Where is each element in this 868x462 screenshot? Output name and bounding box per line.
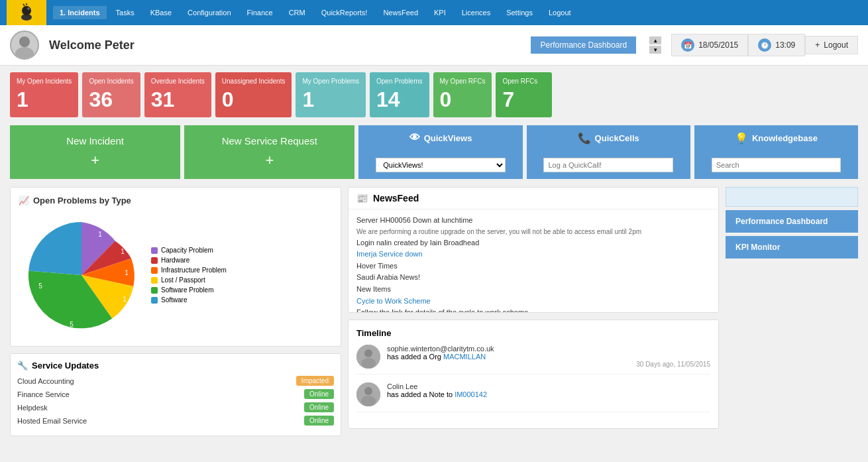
quickcall-input[interactable]	[543, 158, 673, 172]
svg-text:5: 5	[38, 282, 42, 290]
stats-row: My Open Incidents 1 Open Incidents 36 Ov…	[10, 72, 858, 117]
newsfeed-item: Follow the link for details of the cycle…	[356, 307, 710, 312]
newsfeed-item: Server HH00056 Down at lunchtime	[356, 215, 710, 227]
scroll-controls: ▲ ▼	[649, 36, 661, 54]
new-service-plus-icon: +	[265, 152, 274, 169]
stat-unassigned-incidents[interactable]: Unassigned Incidents 0	[215, 72, 292, 117]
new-incident-button[interactable]: New Incident +	[10, 125, 180, 179]
nav-newsfeed[interactable]: NewsFeed	[376, 6, 425, 19]
quickcells-title: QuickCells	[595, 133, 639, 143]
nav-configuration[interactable]: Configuration	[181, 6, 237, 19]
right-panel-spacer	[726, 187, 858, 207]
stat-open-rfcs[interactable]: Open RFCs 7	[496, 72, 552, 117]
timeline-action-0: has added a Org	[387, 353, 441, 361]
nav-licences[interactable]: Licences	[455, 6, 497, 19]
legend-item: Software Problem	[151, 286, 227, 294]
service-row-finance: Finance Service Online	[17, 389, 334, 399]
stat-label: Open Incidents	[89, 78, 133, 85]
stat-my-open-rfcs[interactable]: My Open RFCs 0	[433, 72, 492, 117]
stat-label: My Open Incidents	[17, 78, 72, 85]
legend-color	[151, 247, 158, 254]
svg-text:1: 1	[98, 231, 102, 238]
knowledgebase-search-input[interactable]	[712, 158, 841, 172]
performance-dashboard-button[interactable]: Performance Dashboard	[531, 36, 636, 54]
left-panel: 📈 Open Problems by Type	[10, 187, 341, 436]
svg-line-3	[23, 4, 25, 6]
quickcells-icon: 📞	[578, 132, 591, 144]
nav-finance[interactable]: Finance	[241, 6, 280, 19]
knowledgebase-title: Knowledgebase	[752, 133, 818, 143]
stat-label: Overdue Incidents	[151, 78, 205, 85]
right-panel: Performance Dashboard KPI Monitor	[726, 187, 858, 436]
stat-label: Open Problems	[376, 78, 422, 85]
logout-button[interactable]: + Logout	[805, 36, 858, 54]
chart-legend: Capacity Problem Hardware Infrastructure…	[151, 247, 227, 304]
service-row-hosted-email: Hosted Email Service Online	[17, 416, 334, 426]
quickcells-panel: 📞 QuickCells	[527, 125, 690, 179]
newsfeed-title: NewsFeed	[373, 193, 419, 203]
timeline-card: Timeline sophie.winterton@claritytm.co.u…	[348, 319, 719, 429]
newsfeed-body[interactable]: Server HH00056 Down at lunchtime We are …	[349, 209, 718, 312]
nav-settings[interactable]: Settings	[500, 6, 539, 19]
newsfeed-item: Login nalin created by Iain Broadhead	[356, 237, 710, 249]
stat-label: Unassigned Incidents	[222, 78, 286, 85]
kpi-monitor-button[interactable]: KPI Monitor	[726, 236, 858, 259]
performance-dashboard-right-button[interactable]: Performance Dashboard	[726, 210, 858, 233]
nav-kpi[interactable]: KPI	[427, 6, 453, 19]
new-service-request-button[interactable]: New Service Request +	[184, 125, 354, 179]
nav-kbase[interactable]: KBase	[144, 6, 178, 19]
service-row-helpdesk: Helpdesk Online	[17, 402, 334, 412]
scroll-up-button[interactable]: ▲	[649, 36, 661, 44]
nav-quickreports[interactable]: QuickReports!	[315, 6, 374, 19]
svg-point-5	[19, 36, 30, 47]
nav-logout[interactable]: Logout	[542, 6, 578, 19]
timeline-date-0: 30 Days ago, 11/05/2015	[387, 361, 710, 368]
stat-value: 31	[151, 87, 205, 112]
logout-label: Logout	[824, 40, 848, 50]
quickviews-panel: 👁 QuickViews QuickViews!	[358, 125, 522, 179]
timeline-action-1: has added a Note to	[387, 390, 453, 398]
newsfeed-link-imerja[interactable]: Imerja Service down	[356, 249, 710, 260]
stat-value: 7	[502, 87, 545, 112]
timeline-avatar-0	[356, 345, 380, 369]
stat-my-open-incidents[interactable]: My Open Incidents 1	[10, 72, 78, 117]
legend-label: Capacity Problem	[161, 247, 213, 254]
service-row-cloud: Cloud Accounting Impacted	[17, 376, 334, 386]
svg-text:1: 1	[121, 248, 125, 255]
quickviews-title: QuickViews	[424, 133, 472, 143]
newsfeed-item: We are performing a routine upgrade on t…	[356, 227, 710, 237]
service-name: Helpdesk	[17, 404, 48, 412]
stat-open-problems[interactable]: Open Problems 14	[370, 72, 429, 117]
stat-value: 36	[89, 87, 133, 112]
svg-point-6	[15, 47, 34, 58]
stat-label: Open RFCs	[502, 78, 545, 85]
legend-color	[151, 277, 158, 284]
quickviews-select[interactable]: QuickViews!	[376, 158, 505, 172]
legend-label: Lost / Passport	[161, 276, 205, 284]
stat-overdue-incidents[interactable]: Overdue Incidents 31	[144, 72, 211, 117]
stat-open-incidents[interactable]: Open Incidents 36	[82, 72, 140, 117]
nav-incidents[interactable]: 1. Incidents	[53, 6, 107, 19]
status-badge-online: Online	[304, 402, 334, 412]
service-name: Hosted Email Service	[17, 417, 87, 425]
nav-tasks[interactable]: Tasks	[109, 6, 141, 19]
scroll-down-button[interactable]: ▼	[649, 46, 661, 54]
legend-item: Capacity Problem	[151, 247, 227, 254]
nav-crm[interactable]: CRM	[282, 6, 312, 19]
time-badge: 🕐 13:09	[748, 34, 805, 56]
stat-my-open-problems[interactable]: My Open Problems 1	[296, 72, 366, 117]
legend-color	[151, 297, 158, 304]
svg-point-15	[361, 358, 376, 369]
legend-label: Hardware	[161, 257, 190, 264]
legend-item: Infrastructure Problem	[151, 266, 227, 274]
main-content: 📈 Open Problems by Type	[10, 187, 858, 436]
newsfeed-link-cycle[interactable]: Cycle to Work Scheme	[356, 296, 710, 308]
timeline-content-1: Colin Lee has added a Note to IM000142	[387, 382, 710, 398]
header-right: 📅 18/05/2015 🕐 13:09 + Logout	[671, 34, 858, 56]
stat-label: My Open RFCs	[440, 78, 486, 85]
timeline-link-0[interactable]: MACMILLAN	[443, 353, 486, 361]
newsfeed-item: Hover Times	[356, 260, 710, 272]
newsfeed-item: Saudi Arabia News!	[356, 272, 710, 284]
timeline-link-1[interactable]: IM000142	[455, 390, 487, 398]
problems-chart-card: 📈 Open Problems by Type	[10, 187, 341, 347]
